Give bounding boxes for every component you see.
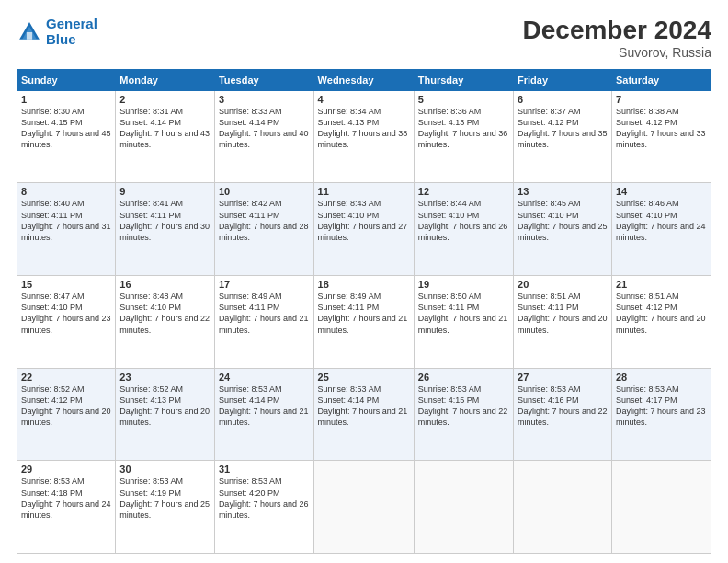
main-title: December 2024 [523, 17, 711, 45]
day-info: Sunrise: 8:53 AM Sunset: 4:14 PM Dayligh… [318, 384, 410, 429]
calendar-week-4: 22 Sunrise: 8:52 AM Sunset: 4:12 PM Dayl… [17, 368, 711, 461]
day-number: 5 [418, 94, 509, 105]
col-saturday: Saturday [611, 69, 711, 90]
day-number: 11 [318, 186, 410, 197]
day-number: 10 [219, 186, 310, 197]
table-row: 26 Sunrise: 8:53 AM Sunset: 4:15 PM Dayl… [414, 368, 513, 461]
day-info: Sunrise: 8:34 AM Sunset: 4:13 PM Dayligh… [318, 106, 410, 151]
header: General Blue December 2024 Suvorov, Russ… [17, 17, 711, 60]
table-row: 11 Sunrise: 8:43 AM Sunset: 4:10 PM Dayl… [313, 183, 414, 276]
day-number: 16 [119, 279, 210, 290]
day-number: 15 [21, 279, 111, 290]
table-row: 23 Sunrise: 8:52 AM Sunset: 4:13 PM Dayl… [116, 368, 215, 461]
day-number: 22 [21, 372, 111, 383]
title-block: December 2024 Suvorov, Russia [523, 17, 711, 60]
day-number: 31 [219, 464, 310, 475]
table-row: 1 Sunrise: 8:30 AM Sunset: 4:15 PM Dayli… [17, 90, 116, 183]
subtitle: Suvorov, Russia [523, 45, 711, 60]
calendar-week-3: 15 Sunrise: 8:47 AM Sunset: 4:10 PM Dayl… [17, 276, 711, 369]
day-number: 14 [616, 186, 707, 197]
day-info: Sunrise: 8:49 AM Sunset: 4:11 PM Dayligh… [219, 291, 310, 336]
day-number: 18 [318, 279, 410, 290]
day-number: 17 [219, 279, 310, 290]
day-info: Sunrise: 8:53 AM Sunset: 4:14 PM Dayligh… [219, 384, 310, 429]
col-friday: Friday [514, 69, 612, 90]
day-info: Sunrise: 8:53 AM Sunset: 4:15 PM Dayligh… [418, 384, 509, 429]
table-row: 3 Sunrise: 8:33 AM Sunset: 4:14 PM Dayli… [214, 90, 313, 183]
day-number: 3 [219, 94, 310, 105]
table-row: 24 Sunrise: 8:53 AM Sunset: 4:14 PM Dayl… [214, 368, 313, 461]
day-info: Sunrise: 8:53 AM Sunset: 4:17 PM Dayligh… [616, 384, 707, 429]
table-row: 18 Sunrise: 8:49 AM Sunset: 4:11 PM Dayl… [313, 276, 414, 369]
table-row: 27 Sunrise: 8:53 AM Sunset: 4:16 PM Dayl… [514, 368, 612, 461]
day-number: 27 [518, 372, 608, 383]
day-info: Sunrise: 8:53 AM Sunset: 4:16 PM Dayligh… [518, 384, 608, 429]
day-number: 26 [418, 372, 509, 383]
calendar-week-2: 8 Sunrise: 8:40 AM Sunset: 4:11 PM Dayli… [17, 183, 711, 276]
col-wednesday: Wednesday [313, 69, 414, 90]
day-number: 30 [119, 464, 210, 475]
table-row: 31 Sunrise: 8:53 AM Sunset: 4:20 PM Dayl… [214, 461, 313, 554]
table-row: 4 Sunrise: 8:34 AM Sunset: 4:13 PM Dayli… [313, 90, 414, 183]
day-number: 28 [616, 372, 707, 383]
day-info: Sunrise: 8:40 AM Sunset: 4:11 PM Dayligh… [21, 198, 111, 243]
table-row: 17 Sunrise: 8:49 AM Sunset: 4:11 PM Dayl… [214, 276, 313, 369]
day-number: 4 [318, 94, 410, 105]
logo-line1: General [46, 16, 97, 31]
day-info: Sunrise: 8:42 AM Sunset: 4:11 PM Dayligh… [219, 198, 310, 243]
day-info: Sunrise: 8:44 AM Sunset: 4:10 PM Dayligh… [418, 198, 509, 243]
day-info: Sunrise: 8:53 AM Sunset: 4:20 PM Dayligh… [219, 476, 310, 521]
table-row [514, 461, 612, 554]
logo: General Blue [17, 17, 97, 47]
day-info: Sunrise: 8:50 AM Sunset: 4:11 PM Dayligh… [418, 291, 509, 336]
day-info: Sunrise: 8:51 AM Sunset: 4:11 PM Dayligh… [518, 291, 608, 336]
calendar-table: Sunday Monday Tuesday Wednesday Thursday… [17, 69, 711, 554]
table-row: 8 Sunrise: 8:40 AM Sunset: 4:11 PM Dayli… [17, 183, 116, 276]
day-number: 21 [616, 279, 707, 290]
day-info: Sunrise: 8:46 AM Sunset: 4:10 PM Dayligh… [616, 198, 707, 243]
day-info: Sunrise: 8:38 AM Sunset: 4:12 PM Dayligh… [616, 106, 707, 151]
table-row: 5 Sunrise: 8:36 AM Sunset: 4:13 PM Dayli… [414, 90, 513, 183]
day-number: 29 [21, 464, 111, 475]
col-sunday: Sunday [17, 69, 116, 90]
table-row: 14 Sunrise: 8:46 AM Sunset: 4:10 PM Dayl… [611, 183, 711, 276]
day-number: 7 [616, 94, 707, 105]
logo-icon [17, 19, 42, 45]
calendar-week-1: 1 Sunrise: 8:30 AM Sunset: 4:15 PM Dayli… [17, 90, 711, 183]
table-row: 10 Sunrise: 8:42 AM Sunset: 4:11 PM Dayl… [214, 183, 313, 276]
logo-line2: Blue [46, 31, 76, 47]
table-row: 7 Sunrise: 8:38 AM Sunset: 4:12 PM Dayli… [611, 90, 711, 183]
table-row: 13 Sunrise: 8:45 AM Sunset: 4:10 PM Dayl… [514, 183, 612, 276]
day-info: Sunrise: 8:48 AM Sunset: 4:10 PM Dayligh… [119, 291, 210, 336]
table-row: 6 Sunrise: 8:37 AM Sunset: 4:12 PM Dayli… [514, 90, 612, 183]
day-info: Sunrise: 8:37 AM Sunset: 4:12 PM Dayligh… [518, 106, 608, 151]
table-row: 9 Sunrise: 8:41 AM Sunset: 4:11 PM Dayli… [116, 183, 215, 276]
col-thursday: Thursday [414, 69, 513, 90]
table-row: 2 Sunrise: 8:31 AM Sunset: 4:14 PM Dayli… [116, 90, 215, 183]
day-number: 1 [21, 94, 111, 105]
table-row: 16 Sunrise: 8:48 AM Sunset: 4:10 PM Dayl… [116, 276, 215, 369]
col-tuesday: Tuesday [214, 69, 313, 90]
day-info: Sunrise: 8:36 AM Sunset: 4:13 PM Dayligh… [418, 106, 509, 151]
day-number: 8 [21, 186, 111, 197]
day-info: Sunrise: 8:51 AM Sunset: 4:12 PM Dayligh… [616, 291, 707, 336]
svg-rect-2 [27, 32, 32, 40]
day-info: Sunrise: 8:31 AM Sunset: 4:14 PM Dayligh… [119, 106, 210, 151]
day-info: Sunrise: 8:53 AM Sunset: 4:19 PM Dayligh… [119, 476, 210, 521]
table-row [414, 461, 513, 554]
day-number: 13 [518, 186, 608, 197]
day-number: 23 [119, 372, 210, 383]
table-row: 21 Sunrise: 8:51 AM Sunset: 4:12 PM Dayl… [611, 276, 711, 369]
page: General Blue December 2024 Suvorov, Russ… [0, 0, 728, 563]
table-row: 22 Sunrise: 8:52 AM Sunset: 4:12 PM Dayl… [17, 368, 116, 461]
day-info: Sunrise: 8:41 AM Sunset: 4:11 PM Dayligh… [119, 198, 210, 243]
table-row: 19 Sunrise: 8:50 AM Sunset: 4:11 PM Dayl… [414, 276, 513, 369]
table-row: 30 Sunrise: 8:53 AM Sunset: 4:19 PM Dayl… [116, 461, 215, 554]
table-row: 15 Sunrise: 8:47 AM Sunset: 4:10 PM Dayl… [17, 276, 116, 369]
day-number: 2 [119, 94, 210, 105]
calendar-header-row: Sunday Monday Tuesday Wednesday Thursday… [17, 69, 711, 90]
day-info: Sunrise: 8:43 AM Sunset: 4:10 PM Dayligh… [318, 198, 410, 243]
table-row: 20 Sunrise: 8:51 AM Sunset: 4:11 PM Dayl… [514, 276, 612, 369]
day-number: 25 [318, 372, 410, 383]
day-number: 24 [219, 372, 310, 383]
